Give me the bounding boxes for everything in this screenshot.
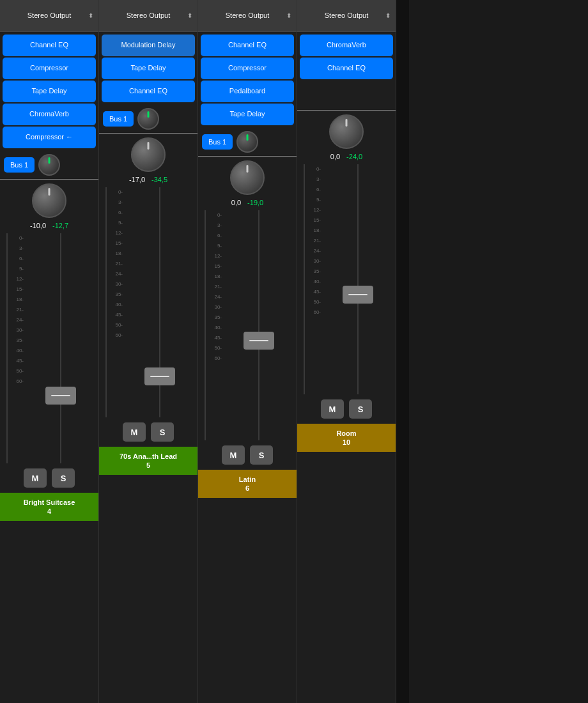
ch2-output-arrow: ⬍ bbox=[187, 12, 192, 19]
ch4-left-track bbox=[304, 164, 305, 394]
ch3-label-bottom: Latin 6 bbox=[198, 470, 297, 498]
ch2-left-track bbox=[105, 187, 107, 417]
ch2-plugins: Modulation Delay Tape Delay Channel EQ bbox=[99, 32, 197, 105]
ch2-bus-knob[interactable] bbox=[137, 108, 159, 130]
ch2-solo-btn[interactable]: S bbox=[151, 422, 174, 442]
ch2-bus-btn[interactable]: Bus 1 bbox=[103, 111, 134, 127]
ch3-bus-row: Bus 1 bbox=[198, 128, 297, 156]
ch1-fader-bg bbox=[60, 233, 61, 463]
ch2-handle-stripe bbox=[150, 376, 169, 377]
ch4-bus-spacer bbox=[297, 82, 396, 110]
mixer-container: Stereo Output ⬍ Channel EQ Compressor Ta… bbox=[0, 0, 409, 703]
ch3-bus-knob-wrap bbox=[236, 131, 258, 153]
ch3-bus-btn[interactable]: Bus 1 bbox=[202, 134, 233, 150]
ch1-left-track bbox=[6, 233, 8, 463]
ch4-output-arrow: ⬍ bbox=[385, 12, 391, 19]
ch1-label-bottom: Bright Suitcase 4 bbox=[0, 493, 98, 521]
ch1-mute-btn[interactable]: M bbox=[24, 468, 47, 488]
ch3-knob-dot bbox=[247, 165, 249, 173]
ch2-fader-col bbox=[125, 187, 195, 417]
ch2-plugin-2[interactable]: Channel EQ bbox=[102, 81, 195, 102]
ch2-volume: -17,0 -34,5 bbox=[99, 134, 197, 187]
ch3-ruler: 0- 3- 6- 9- 12- 15- 18- 21- 24- 30- 35- … bbox=[210, 210, 223, 440]
ch1-plugin-0[interactable]: Channel EQ bbox=[3, 35, 96, 56]
ch3-level-white: 0,0 bbox=[231, 199, 241, 206]
ch1-fader-area: 0- 3- 6- 9- 12- 15- 18- 21- 24- 30- 35- … bbox=[0, 233, 98, 463]
ch4-ruler: 0- 3- 6- 9- 12- 15- 18- 21- 24- 30- 35- … bbox=[309, 164, 322, 394]
ch2-plugin-1[interactable]: Tape Delay bbox=[102, 58, 195, 79]
ch4-plugin-1[interactable]: Channel EQ bbox=[300, 58, 393, 79]
ch3-fader-handle[interactable] bbox=[244, 332, 274, 350]
ch1-bus-row: Bus 1 bbox=[0, 151, 98, 179]
ch1-solo-btn[interactable]: S bbox=[52, 468, 75, 488]
ch1-levels: -10,0 -12,7 bbox=[26, 220, 72, 231]
ch4-left-line bbox=[300, 164, 309, 394]
ch3-vol-knob[interactable] bbox=[230, 160, 265, 195]
ch4-stereo-output[interactable]: Stereo Output ⬍ bbox=[297, 0, 396, 32]
ch3-plugin-2[interactable]: Pedalboard bbox=[201, 81, 294, 102]
ch1-handle-stripe bbox=[51, 395, 70, 396]
ch4-vol-knob[interactable] bbox=[329, 114, 364, 149]
ch3-mute-btn[interactable]: M bbox=[222, 445, 245, 465]
channel-3: Stereo Output ⬍ Channel EQ Compressor Pe… bbox=[198, 0, 297, 703]
ch1-plugins: Channel EQ Compressor Tape Delay ChromaV… bbox=[0, 32, 98, 151]
ch3-volume: 0,0 -19,0 bbox=[198, 157, 297, 210]
ch1-fader-handle[interactable] bbox=[45, 387, 76, 405]
ch3-bus-knob[interactable] bbox=[236, 131, 258, 153]
ch3-levels: 0,0 -19,0 bbox=[228, 197, 267, 208]
ch2-label-name: 70s Ana...th Lead bbox=[120, 452, 177, 461]
ch2-label-bottom: 70s Ana...th Lead 5 bbox=[99, 447, 197, 475]
ch2-vol-knob[interactable] bbox=[131, 137, 166, 172]
ch2-label-num: 5 bbox=[146, 461, 150, 470]
ch4-knob-dot bbox=[346, 119, 348, 127]
ch4-fader-handle[interactable] bbox=[343, 286, 373, 304]
ch3-solo-btn[interactable]: S bbox=[250, 445, 273, 465]
ch1-ruler: 0- 3- 6- 9- 12- 15- 18- 21- 24- 30- 35- … bbox=[12, 233, 25, 463]
ch1-plugin-2[interactable]: Tape Delay bbox=[3, 81, 96, 102]
channel-1: Stereo Output ⬍ Channel EQ Compressor Ta… bbox=[0, 0, 99, 703]
right-area bbox=[396, 0, 409, 703]
ch1-plugin-4[interactable]: Compressor ← bbox=[3, 127, 96, 148]
ch3-fader-bg bbox=[258, 210, 259, 440]
ch3-plugin-0[interactable]: Channel EQ bbox=[201, 35, 294, 56]
ch1-plugin-3[interactable]: ChromaVerb bbox=[3, 104, 96, 125]
ch1-bus-btn[interactable]: Bus 1 bbox=[4, 157, 35, 173]
ch4-fader-bg bbox=[357, 164, 359, 394]
channel-2: Stereo Output ⬍ Modulation Delay Tape De… bbox=[99, 0, 198, 703]
ch4-mute-btn[interactable]: M bbox=[321, 399, 344, 419]
ch3-plugin-1[interactable]: Compressor bbox=[201, 58, 294, 79]
ch1-volume: -10,0 -12,7 bbox=[0, 180, 98, 233]
ch4-plugin-0[interactable]: ChromaVerb bbox=[300, 35, 393, 56]
ch2-bus-row: Bus 1 bbox=[99, 105, 197, 133]
ch2-levels: -17,0 -34,5 bbox=[125, 174, 171, 185]
ch1-stereo-output[interactable]: Stereo Output ⬍ bbox=[0, 0, 98, 32]
ch1-bus-knob-wrap bbox=[38, 154, 60, 176]
ch1-label-name: Bright Suitcase bbox=[24, 498, 75, 507]
ch3-left-track bbox=[205, 210, 206, 440]
ch4-label-name: Room bbox=[336, 429, 356, 438]
ch1-vol-knob-wrap bbox=[32, 183, 66, 218]
ch3-plugin-3[interactable]: Tape Delay bbox=[201, 104, 294, 125]
ch2-fader-handle[interactable] bbox=[144, 367, 175, 385]
ch1-bus-knob[interactable] bbox=[38, 154, 60, 176]
ch4-vol-knob-wrap bbox=[329, 114, 364, 149]
ch1-vol-knob[interactable] bbox=[32, 183, 66, 218]
ch4-handle-stripe bbox=[348, 294, 368, 295]
ch3-ms-row: M S bbox=[198, 440, 297, 470]
ch3-vol-knob-wrap bbox=[230, 160, 265, 195]
ch3-plugins: Channel EQ Compressor Pedalboard Tape De… bbox=[198, 32, 297, 128]
ch4-label-bottom: Room 10 bbox=[297, 424, 396, 452]
ch1-level-green: -12,7 bbox=[52, 222, 68, 229]
ch2-plugin-0[interactable]: Modulation Delay bbox=[102, 35, 195, 56]
ch1-label-num: 4 bbox=[47, 507, 51, 516]
ch2-left-line bbox=[102, 187, 111, 417]
ch1-plugin-1[interactable]: Compressor bbox=[3, 58, 96, 79]
ch3-stereo-output[interactable]: Stereo Output ⬍ bbox=[198, 0, 297, 32]
ch2-fader-area: 0- 3- 6- 9- 12- 15- 18- 21- 24- 30- 35- … bbox=[99, 187, 197, 417]
ch3-label-name: Latin bbox=[239, 475, 256, 484]
ch2-mute-btn[interactable]: M bbox=[123, 422, 146, 442]
ch2-vol-knob-wrap bbox=[131, 137, 166, 172]
ch2-stereo-output[interactable]: Stereo Output ⬍ bbox=[99, 0, 197, 32]
ch1-ms-row: M S bbox=[0, 463, 98, 493]
ch4-solo-btn[interactable]: S bbox=[349, 399, 372, 419]
